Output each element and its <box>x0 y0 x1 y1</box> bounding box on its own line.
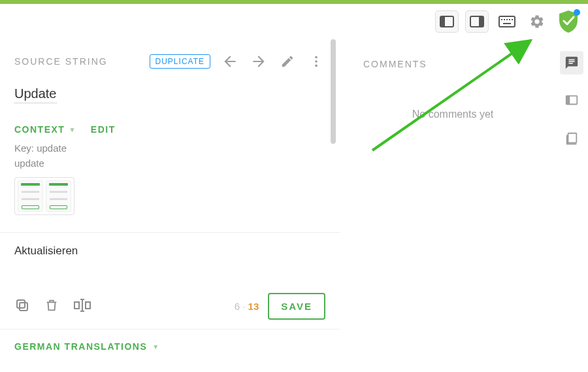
glossary-tab-icon[interactable] <box>560 89 583 112</box>
tm-tab-icon[interactable] <box>560 127 583 150</box>
svg-rect-9 <box>512 19 513 20</box>
right-rail <box>555 39 588 372</box>
key-label: Key: update <box>14 141 325 156</box>
scrollbar-thumb[interactable] <box>331 39 336 144</box>
svg-rect-5 <box>501 19 502 20</box>
duplicate-pill[interactable]: DUPLICATE <box>150 54 210 69</box>
gear-icon[interactable] <box>525 10 549 33</box>
edit-context-button[interactable]: EDIT <box>91 124 116 135</box>
svg-rect-17 <box>86 302 90 309</box>
svg-rect-14 <box>17 300 25 308</box>
section-divider <box>0 232 340 233</box>
editor-pane: SOURCE STRING DUPLICATE Update <box>0 39 340 372</box>
svg-rect-16 <box>74 302 79 309</box>
svg-rect-23 <box>568 133 577 143</box>
keyboard-icon[interactable] <box>495 10 519 33</box>
comments-tab-icon[interactable] <box>560 51 583 75</box>
svg-rect-4 <box>499 16 515 27</box>
char-counter: 6 · 13 <box>235 301 259 312</box>
svg-point-11 <box>315 56 318 59</box>
svg-point-13 <box>315 65 318 67</box>
svg-rect-1 <box>440 16 445 27</box>
more-vert-icon[interactable] <box>307 52 325 71</box>
svg-rect-22 <box>566 96 570 105</box>
svg-rect-8 <box>509 19 510 20</box>
top-toolbar <box>0 4 588 39</box>
context-label: CONTEXT <box>14 124 65 135</box>
shield-badge[interactable] <box>555 8 581 35</box>
insert-placeholder-icon[interactable] <box>73 298 91 315</box>
svg-rect-24 <box>566 135 568 145</box>
translation-input[interactable]: Aktualisieren <box>14 245 325 290</box>
comments-header: COMMENTS <box>363 59 542 69</box>
svg-rect-10 <box>503 23 511 24</box>
svg-rect-3 <box>479 16 483 27</box>
screenshot-thumbnail[interactable] <box>14 177 74 215</box>
layout-right-panel-button[interactable] <box>465 10 489 33</box>
copy-source-icon[interactable] <box>14 297 30 316</box>
comments-pane: COMMENTS No comments yet <box>340 39 555 372</box>
svg-rect-6 <box>504 19 505 20</box>
edit-pencil-icon[interactable] <box>278 52 297 71</box>
svg-point-12 <box>315 60 318 63</box>
chevron-down-icon: ▼ <box>69 126 76 133</box>
section-divider-2 <box>0 329 340 330</box>
translations-label: GERMAN TRANSLATIONS <box>14 341 147 352</box>
svg-rect-15 <box>20 303 27 311</box>
translations-toggle[interactable]: GERMAN TRANSLATIONS ▼ <box>14 341 325 352</box>
notification-dot <box>574 9 580 16</box>
prev-arrow-icon[interactable] <box>221 52 239 71</box>
key-value: update <box>14 156 325 171</box>
save-button[interactable]: SAVE <box>268 293 325 320</box>
no-comments-text: No comments yet <box>363 109 542 120</box>
chevron-down-icon: ▼ <box>152 343 159 350</box>
source-string-value: Update <box>14 86 57 103</box>
context-toggle[interactable]: CONTEXT ▼ <box>14 124 76 135</box>
source-string-label: SOURCE STRING <box>14 56 108 67</box>
svg-rect-7 <box>506 19 508 20</box>
next-arrow-icon[interactable] <box>250 52 268 71</box>
trash-icon[interactable] <box>44 297 59 316</box>
layout-left-panel-button[interactable] <box>435 10 459 33</box>
